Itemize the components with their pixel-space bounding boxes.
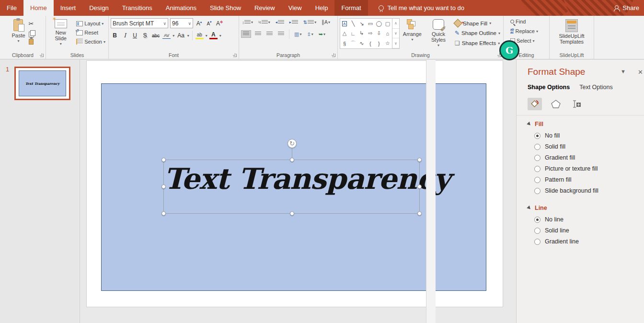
resize-handle-e[interactable]	[417, 185, 422, 189]
reset-button[interactable]: Reset	[75, 29, 106, 36]
fill-option-picture-or-texture-fill[interactable]: Picture or texture fill	[534, 165, 644, 172]
character-spacing-button[interactable]: AV	[162, 33, 171, 39]
increase-indent-button[interactable]: ▸	[288, 19, 299, 26]
shape-star-icon[interactable]: ☆	[385, 40, 390, 46]
effects-icon[interactable]	[549, 98, 563, 110]
shape-elbow-connector-icon[interactable]: ∟	[351, 31, 356, 36]
format-painter-button[interactable]	[29, 39, 34, 45]
new-slide-button[interactable]: New Slide ▾	[48, 18, 73, 51]
shape-text-box-icon[interactable]: A	[342, 21, 346, 26]
slide-text[interactable]: Text Transparency	[164, 162, 419, 196]
tab-shape-options[interactable]: Shape Options	[528, 84, 570, 92]
vertical-scrollbar[interactable]	[426, 60, 436, 323]
line-section-heading[interactable]: Line	[528, 205, 644, 211]
decrease-indent-button[interactable]: ◂	[274, 19, 286, 26]
clipboard-dialog-launcher[interactable]	[40, 54, 44, 57]
shape-elbow-arrow-icon[interactable]: ↳	[359, 30, 364, 36]
tab-text-options[interactable]: Text Options	[579, 84, 612, 92]
resize-handle-sw[interactable]	[161, 211, 166, 216]
resize-handle-n[interactable]	[290, 158, 294, 162]
shape-curve-icon[interactable]: ∿	[359, 40, 364, 46]
shape-arc-icon[interactable]: ⌒	[350, 40, 356, 47]
tab-review[interactable]: Review	[248, 0, 282, 16]
tab-format[interactable]: Format	[334, 0, 368, 16]
resize-handle-ne[interactable]	[417, 158, 422, 162]
font-color-button[interactable]: A	[209, 32, 218, 39]
resize-handle-s[interactable]	[290, 211, 294, 216]
resize-handle-nw[interactable]	[161, 158, 166, 162]
tab-slide-show[interactable]: Slide Show	[203, 0, 248, 16]
tab-home[interactable]: Home	[23, 0, 54, 16]
grow-font-button[interactable]: A▴	[195, 20, 203, 27]
tell-me-box[interactable]: Tell me what you want to do	[379, 0, 464, 16]
fill-option-solid-fill[interactable]: Solid fill	[534, 143, 644, 150]
copy-button[interactable]	[30, 30, 35, 36]
gallery-more-icon[interactable]: ∨	[392, 38, 399, 48]
line-spacing-button[interactable]: ⇅▾	[302, 19, 318, 26]
cut-button[interactable]: ✂	[29, 20, 35, 27]
shape-triangle-icon[interactable]: △	[343, 30, 346, 36]
tab-help[interactable]: Help	[309, 0, 335, 16]
slideuplift-templates-button[interactable]: SlideUpLift Templates	[557, 18, 586, 51]
shape-right-arrow-icon[interactable]: ⇨	[368, 30, 372, 36]
bullets-button[interactable]: ⁝▾	[241, 19, 254, 26]
shape-freeform-icon[interactable]: ⌂	[386, 31, 390, 36]
shape-arrow-icon[interactable]: ↘	[359, 21, 364, 27]
tab-animations[interactable]: Animations	[159, 0, 203, 16]
shape-fill-button[interactable]: Shape Fill ▾	[454, 20, 501, 27]
shape-rounded-rectangle-icon[interactable]: ▢	[385, 21, 390, 27]
arrange-button[interactable]: Arrange ▾	[402, 18, 423, 51]
shrink-font-button[interactable]: A▾	[205, 20, 213, 27]
fill-option-slide-background-fill[interactable]: Slide background fill	[534, 187, 644, 194]
font-name-combo[interactable]: Brush Script MT ∨	[111, 18, 168, 28]
fill-option-pattern-fill[interactable]: Pattern fill	[534, 176, 644, 183]
italic-button[interactable]: I	[121, 32, 129, 39]
align-right-button[interactable]	[265, 31, 274, 37]
tab-insert[interactable]: Insert	[54, 0, 83, 16]
strikethrough-button[interactable]: abc	[151, 33, 161, 39]
shape-effects-button[interactable]: ❑ Shape Effects ▾	[454, 39, 501, 47]
fill-section-heading[interactable]: Fill	[528, 121, 644, 127]
share-button[interactable]: Share	[614, 0, 639, 16]
change-case-button[interactable]: Aa	[176, 32, 185, 39]
tab-design[interactable]: Design	[82, 0, 115, 16]
resize-handle-se[interactable]	[417, 211, 422, 216]
text-box-selection[interactable]: ↻ Text Transparency	[163, 160, 420, 214]
panel-dropdown-icon[interactable]: ▼	[621, 69, 626, 74]
panel-close-icon[interactable]: ✕	[638, 69, 643, 76]
gallery-scroll-up-icon[interactable]: ∧	[392, 19, 399, 29]
shape-line-icon[interactable]: ╲	[352, 21, 355, 27]
resize-handle-w[interactable]	[161, 185, 166, 189]
paste-button[interactable]: Paste ▾	[10, 18, 26, 51]
tab-view[interactable]: View	[282, 0, 309, 16]
slide-canvas[interactable]: ↻ Text Transparency	[86, 60, 503, 307]
shape-oval-icon[interactable]: ◯	[376, 21, 382, 27]
convert-smartart-button[interactable]: ➥▾	[317, 30, 327, 38]
justify-button[interactable]	[276, 31, 286, 37]
align-center-button[interactable]	[253, 31, 263, 37]
grammarly-icon[interactable]: G	[499, 40, 519, 60]
bold-button[interactable]: B	[111, 32, 119, 39]
layout-button[interactable]: Layout ▾	[75, 20, 106, 27]
text-shadow-button[interactable]: S	[141, 32, 149, 39]
fill-option-gradient-fill[interactable]: Gradient fill	[534, 154, 644, 161]
shape-rectangle-icon[interactable]: ▭	[368, 21, 373, 27]
columns-button[interactable]: ▥▾	[293, 30, 303, 38]
fill-and-line-icon[interactable]	[528, 98, 542, 110]
line-option-no-line[interactable]: No line	[534, 216, 644, 223]
font-dialog-launcher[interactable]	[233, 54, 237, 57]
shape-scribble-icon[interactable]: §	[343, 41, 346, 46]
shape-outline-button[interactable]: ✎ Shape Outline ▾	[454, 29, 501, 37]
fill-option-no-fill[interactable]: No fill	[534, 132, 644, 139]
quick-styles-button[interactable]: Quick Styles ▾	[425, 18, 452, 51]
replace-button[interactable]: abac Replace ▾	[509, 28, 547, 35]
shape-down-arrow-icon[interactable]: ⇩	[377, 30, 381, 36]
underline-button[interactable]: U	[131, 32, 139, 39]
tab-transitions[interactable]: Transitions	[115, 0, 159, 16]
line-option-solid-line[interactable]: Solid line	[534, 227, 644, 234]
size-properties-icon[interactable]	[570, 98, 584, 110]
highlight-color-button[interactable]: ab	[196, 32, 204, 39]
align-text-button[interactable]: ⇳▾	[305, 31, 314, 38]
shape-left-brace-icon[interactable]: {	[369, 41, 371, 46]
rotation-handle[interactable]: ↻	[288, 139, 297, 148]
